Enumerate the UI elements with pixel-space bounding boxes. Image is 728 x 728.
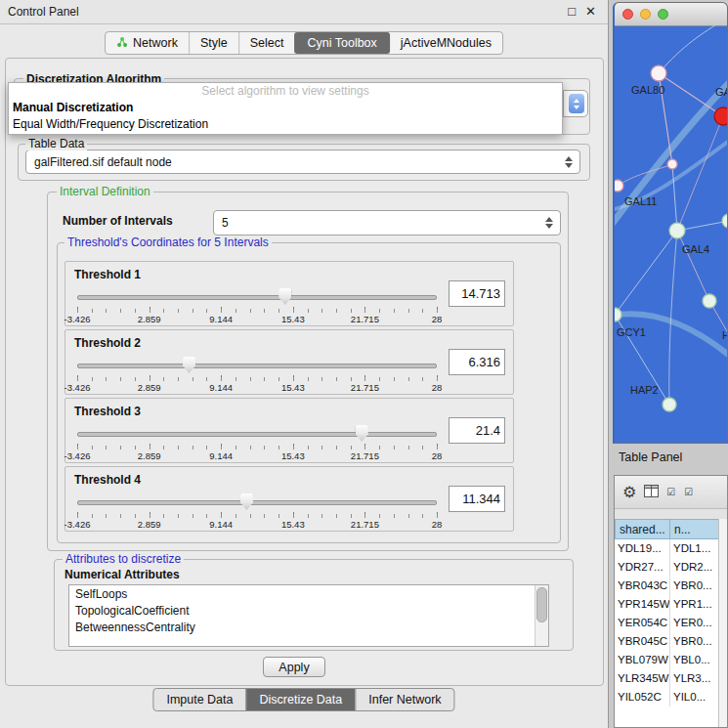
slider-tick-label: 28 (432, 519, 443, 530)
apply-button[interactable]: Apply (263, 657, 325, 677)
table-row[interactable]: YPR145WYPR1... (615, 595, 719, 614)
stepper-arrows-icon[interactable] (569, 94, 584, 113)
network-node[interactable] (615, 180, 623, 192)
network-node[interactable] (663, 398, 676, 411)
slider-thumb[interactable] (240, 493, 253, 510)
tab-network[interactable]: Network (106, 32, 189, 54)
attributes-list-items: SelfLoopsTopologicalCoefficientBetweenne… (69, 586, 535, 636)
list-scrollbar[interactable] (535, 585, 548, 646)
network-node[interactable] (615, 308, 621, 321)
slider-tick-label: 15.43 (281, 450, 305, 461)
tab-label: jActiveMNodules (401, 36, 492, 50)
slider-track[interactable] (77, 500, 437, 505)
tab-select[interactable]: Select (238, 32, 295, 54)
slider-minor-ticks (77, 446, 438, 450)
network-titlebar[interactable] (615, 3, 727, 26)
attribute-list-item[interactable]: BetweennessCentrality (69, 620, 535, 636)
tab-impute-data[interactable]: Impute Data (153, 689, 245, 710)
slider-track[interactable] (77, 432, 437, 437)
threshold-value-input[interactable] (449, 486, 505, 512)
tab-infer-network[interactable]: Infer Network (355, 689, 453, 710)
tab-label: Select (250, 36, 284, 50)
network-icon (116, 36, 128, 51)
tab-jactivemnodules[interactable]: jActiveMNodules (390, 32, 502, 54)
table-row[interactable]: YBL079WYBL0... (615, 651, 719, 669)
slider-minor-ticks (77, 514, 438, 518)
table-cell: YBL079W (615, 651, 670, 669)
threshold-block: Threshold 1 -3.4262.8599.14415.4321.7152… (64, 261, 514, 326)
attributes-list[interactable]: SelfLoopsTopologicalCoefficientBetweenne… (68, 584, 549, 647)
slider-tick-label: 15.43 (281, 382, 305, 393)
slider-thumb[interactable] (183, 357, 195, 373)
table-row[interactable]: YER054CYER0... (615, 614, 719, 632)
slider-track[interactable] (77, 364, 437, 368)
slider-tick-label: 28 (432, 314, 443, 324)
threshold-value-input[interactable] (449, 349, 505, 375)
dropdown-option-manual[interactable]: Manual Discretization (9, 100, 562, 116)
zoom-light-icon[interactable] (658, 9, 668, 20)
list-scrollbar-thumb[interactable] (536, 587, 547, 622)
gear-icon[interactable]: ⚙ (622, 485, 636, 500)
table-row[interactable]: YIL052CYIL0... (615, 688, 719, 707)
num-intervals-select[interactable]: 5 (213, 210, 561, 236)
columns-icon[interactable] (644, 484, 659, 501)
threshold-value-input[interactable] (449, 280, 505, 307)
select-column-checkbox-icon[interactable]: ☑ (684, 487, 694, 497)
minimize-light-icon[interactable] (640, 9, 651, 20)
network-node[interactable] (703, 294, 716, 308)
network-node-label: H (722, 329, 728, 341)
table-row[interactable]: YDR27...YDR2... (615, 558, 719, 577)
threshold-label: Threshold 2 (74, 336, 141, 350)
table-cell: YBL0... (670, 651, 719, 669)
table-cell: YPR1... (670, 595, 719, 614)
tab-label: Cyni Toolbox (307, 36, 376, 50)
table-row[interactable]: YDL19...YDL1... (615, 539, 719, 558)
threshold-block: Threshold 2 -3.4262.8599.14415.4321.7152… (64, 329, 514, 395)
interval-definition-group-title: Interval Definition (57, 185, 153, 198)
window-title: Control Panel (8, 5, 79, 19)
select-all-checkbox-icon[interactable]: ☑ (666, 487, 676, 497)
algorithm-dropdown-popup: Select algorithm to view settings Manual… (8, 82, 563, 135)
tab-cyni-toolbox[interactable]: Cyni Toolbox (294, 32, 389, 54)
network-node[interactable] (651, 65, 666, 81)
tab-style[interactable]: Style (189, 32, 238, 54)
network-node[interactable] (722, 214, 728, 228)
table-row[interactable]: YBR043CYBR0... (615, 577, 719, 595)
table-cell: YPR145W (615, 595, 670, 614)
attributes-group-title: Attributes to discretize (63, 552, 184, 566)
slider-thumb[interactable] (278, 288, 291, 305)
slider-thumb[interactable] (356, 425, 368, 442)
threshold-slider[interactable] (77, 425, 437, 443)
network-node[interactable] (667, 159, 677, 169)
network-canvas[interactable]: GAL80GAGAL11GAL4GCY1HHAP2 (615, 25, 728, 444)
network-node[interactable] (669, 223, 685, 238)
table-scrollbar[interactable] (718, 519, 727, 727)
slider-track[interactable] (77, 295, 437, 300)
float-window-icon[interactable]: □ (568, 4, 576, 19)
tab-label: Network (133, 36, 178, 50)
algorithm-combobox-fragment[interactable] (563, 90, 588, 117)
table-row[interactable]: YLR345WYLR3... (615, 669, 719, 688)
table-row[interactable]: YBR045CYBR0... (615, 632, 719, 651)
column-header-shared-name[interactable]: shared... (615, 519, 670, 539)
threshold-label: Threshold 4 (74, 473, 141, 487)
slider-tick-label: 9.144 (209, 519, 233, 530)
network-node-label: GAL11 (624, 195, 657, 207)
stepper-arrows-icon (565, 156, 573, 168)
close-window-icon[interactable]: ✕ (585, 4, 596, 19)
attribute-list-item[interactable]: SelfLoops (69, 586, 535, 603)
threshold-slider[interactable] (77, 288, 437, 306)
network-node[interactable] (714, 107, 728, 125)
slider-tick-label: 15.43 (281, 314, 305, 324)
dropdown-option-equal-width[interactable]: Equal Width/Frequency Discretization (9, 116, 562, 133)
threshold-slider[interactable] (77, 493, 437, 511)
threshold-slider[interactable] (77, 357, 437, 374)
close-light-icon[interactable] (622, 9, 633, 20)
dropdown-placeholder: Select algorithm to view settings (9, 83, 562, 100)
table-data-select[interactable]: galFiltered.sif default node (25, 150, 580, 174)
table-cell: YBR0... (670, 577, 719, 595)
slider-tick-label: 21.715 (351, 450, 379, 461)
tab-discretize-data[interactable]: Discretize Data (246, 689, 356, 710)
attribute-list-item[interactable]: TopologicalCoefficient (69, 603, 535, 620)
threshold-value-input[interactable] (449, 417, 505, 444)
